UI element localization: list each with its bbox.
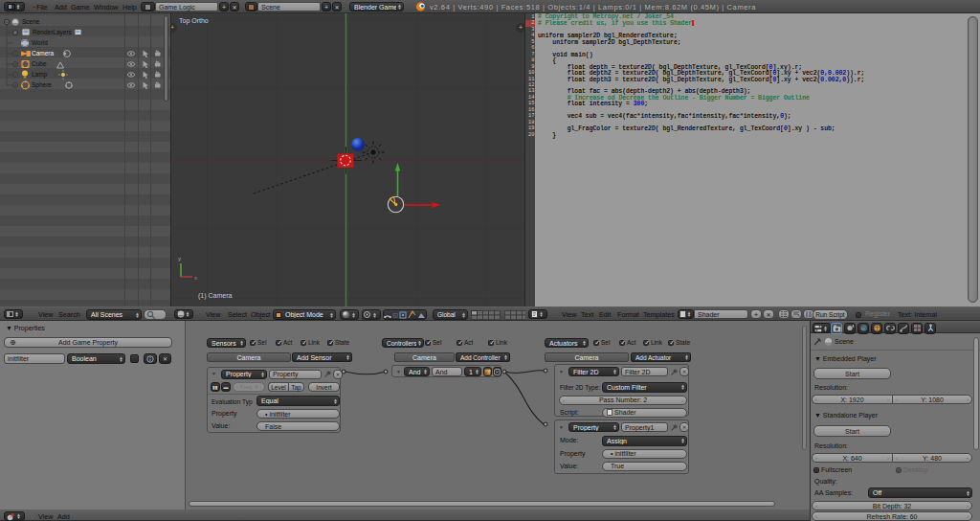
svg-text:y: y [178,256,181,261]
svg-text:x: x [194,275,197,281]
